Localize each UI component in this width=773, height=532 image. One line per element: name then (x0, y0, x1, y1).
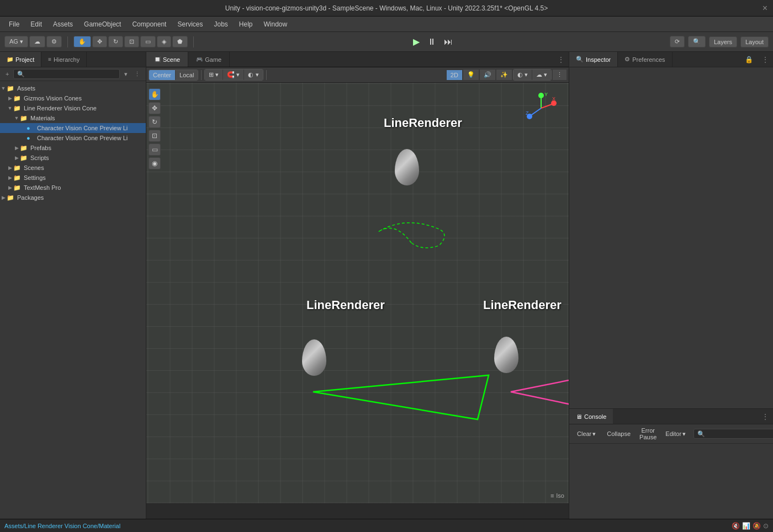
menu-item-assets[interactable]: Assets (49, 19, 77, 30)
collapse-button[interactable]: Collapse (603, 429, 634, 438)
project-search-input[interactable] (13, 69, 120, 79)
custom-scene-btn[interactable]: ◉ (149, 157, 161, 169)
move-tool-button[interactable]: ✥ (92, 36, 107, 47)
step-button[interactable]: ⏭ (442, 35, 455, 49)
tree-item-scripts[interactable]: ▶📁Scripts (0, 153, 146, 163)
rotate-tool-button[interactable]: ↻ (108, 36, 123, 47)
tab-inspector[interactable]: 🔍 Inspector (569, 52, 618, 67)
menu-item-jobs[interactable]: Jobs (209, 19, 232, 30)
shaded-button[interactable]: ◐ ▾ (513, 70, 532, 80)
scene-tab-options[interactable]: ⋮ (553, 52, 569, 67)
search-button[interactable]: 🔍 (688, 36, 706, 47)
project-icon: 📁 (7, 56, 13, 62)
tree-arrow: ▶ (7, 95, 13, 101)
scale-tool-button[interactable]: ⊡ (124, 36, 139, 47)
tree-item-prefabs[interactable]: ▶📁Prefabs (0, 143, 146, 153)
status-icon-1[interactable]: 🔇 (732, 522, 740, 530)
audio-button[interactable]: 🔊 (480, 70, 495, 80)
console-icon: 🖥 (576, 413, 582, 420)
iso-label: ≡ Iso (550, 492, 564, 499)
pause-button[interactable]: ⏸ (425, 35, 438, 49)
more-button[interactable]: ⋮ (553, 70, 566, 80)
menu-item-window[interactable]: Window (260, 19, 292, 30)
tab-console[interactable]: 🖥 Console (569, 409, 613, 424)
tree-arrow: ▶ (7, 185, 13, 190)
tree-item-textmesh-pro[interactable]: ▶📁TextMesh Pro (0, 183, 146, 193)
rect-scene-btn[interactable]: ▭ (149, 143, 161, 156)
tree-arrow: ▼ (13, 115, 20, 121)
tab-project[interactable]: 📁 Project (0, 52, 41, 67)
right-panel: 🔍 Inspector ⚙ Preferences 🔒 ⋮ 🖥 Console … (569, 52, 773, 519)
menu-item-gameobject[interactable]: GameObject (80, 19, 125, 30)
move-scene-btn[interactable]: ✥ (149, 102, 161, 114)
play-button[interactable]: ▶ (411, 34, 422, 49)
project-tree: ▼📁Assets▶📁Gizmos Vision Cones▼📁Line Rend… (0, 81, 146, 519)
error-pause-button[interactable]: Error Pause (636, 426, 660, 441)
overdraw-button[interactable]: ☁ ▾ (532, 70, 551, 80)
tree-item-char-vision-2[interactable]: ●Character Vision Cone Preview Li (0, 133, 146, 143)
fx-button[interactable]: ✨ (496, 70, 512, 80)
tree-label: Assets (17, 85, 35, 92)
clear-label: Clear (577, 430, 591, 437)
menu-item-file[interactable]: File (4, 19, 24, 30)
tab-game[interactable]: 🎮 Game (188, 52, 230, 67)
console-search-input[interactable] (693, 429, 773, 439)
settings-button[interactable]: ⚙ (46, 36, 62, 47)
local-button[interactable]: Local (176, 70, 198, 80)
custom-tool-button[interactable]: ⬟ (172, 36, 188, 47)
center-button[interactable]: Center (149, 70, 175, 80)
tree-label: Scripts (30, 155, 49, 161)
project-filter-button[interactable]: ▾ (122, 70, 130, 79)
tab-preferences-label: Preferences (632, 56, 665, 63)
scene-view[interactable]: ✋ ✥ ↻ ⊡ ▭ ◉ LineRenderer LineRenderer (146, 83, 569, 503)
tab-scene[interactable]: 🔲 Scene (146, 52, 188, 67)
status-icon-2[interactable]: 📊 (742, 522, 750, 530)
hand-scene-btn[interactable]: ✋ (149, 88, 161, 100)
clear-button[interactable]: Clear ▾ (574, 429, 599, 439)
inspector-options-button[interactable]: ⋮ (758, 52, 773, 67)
tree-item-gizmos-vision-cones[interactable]: ▶📁Gizmos Vision Cones (0, 93, 146, 103)
menu-item-services[interactable]: Services (173, 19, 207, 30)
lighting-button[interactable]: 💡 (463, 70, 479, 80)
add-asset-button[interactable]: + (3, 70, 11, 78)
scale-scene-btn[interactable]: ⊡ (149, 130, 161, 142)
tab-hierarchy[interactable]: ≡ Hierarchy (41, 52, 87, 67)
view-extras-button[interactable]: ◐ ▾ (244, 70, 262, 80)
tree-item-packages[interactable]: ▶📁Packages (0, 193, 146, 203)
inspector-lock-button[interactable]: 🔒 (740, 52, 758, 67)
console-options-button[interactable]: ⋮ (758, 409, 773, 424)
close-button[interactable]: × (763, 3, 767, 13)
rect-tool-button[interactable]: ▭ (140, 36, 156, 47)
rotate-scene-btn[interactable]: ↻ (149, 116, 161, 128)
tab-preferences[interactable]: ⚙ Preferences (618, 52, 672, 67)
menu-item-help[interactable]: Help (235, 19, 257, 30)
tree-item-settings[interactable]: ▶📁Settings (0, 173, 146, 183)
transform-tool-button[interactable]: ◈ (157, 36, 171, 47)
tree-icon: ● (27, 125, 35, 131)
hand-tool-button[interactable]: ✋ (73, 36, 91, 47)
tree-item-char-vision-1[interactable]: ●Character Vision Cone Preview Li (0, 123, 146, 133)
history-button[interactable]: ⟳ (670, 36, 685, 47)
tree-item-materials[interactable]: ▼📁Materials (0, 113, 146, 123)
2d-button[interactable]: 2D (447, 70, 462, 80)
grid-button[interactable]: ⊞ ▾ (205, 70, 223, 80)
project-options-button[interactable]: ⋮ (132, 70, 142, 79)
main-toolbar: AG ▾ ☁ ⚙ ✋ ✥ ↻ ⊡ ▭ ◈ ⬟ ▶ ⏸ ⏭ ⟳ 🔍 Layers … (0, 32, 773, 52)
menu-item-edit[interactable]: Edit (26, 19, 46, 30)
tree-item-scenes[interactable]: ▶📁Scenes (0, 163, 146, 173)
menu-item-component[interactable]: Component (128, 19, 171, 30)
cloud-button[interactable]: ☁ (29, 36, 45, 47)
editor-button[interactable]: Editor ▾ (662, 429, 689, 439)
tree-item-assets[interactable]: ▼📁Assets (0, 83, 146, 93)
layers-button[interactable]: Layers (709, 36, 737, 47)
inspector-tabs: 🔍 Inspector ⚙ Preferences 🔒 ⋮ (569, 52, 773, 67)
svg-line-6 (530, 108, 541, 116)
inspector-icon: 🔍 (576, 56, 584, 63)
snap-button[interactable]: 🧲 ▾ (223, 70, 243, 80)
account-button[interactable]: AG ▾ (4, 36, 28, 47)
layout-button[interactable]: Layout (740, 36, 769, 47)
tree-item-line-renderer-vision-cone[interactable]: ▼📁Line Renderer Vision Cone (0, 103, 146, 113)
inspector-body (569, 67, 773, 408)
status-icon-4[interactable]: ⊙ (763, 522, 769, 530)
status-icon-3[interactable]: 🔕 (753, 522, 761, 530)
